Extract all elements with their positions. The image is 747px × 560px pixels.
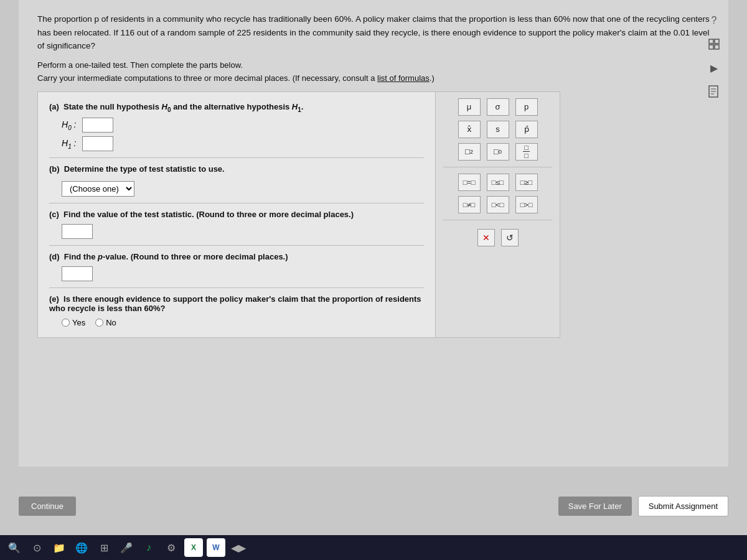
undo-button[interactable]: ↺ bbox=[501, 229, 519, 246]
yes-option[interactable]: Yes bbox=[62, 318, 85, 327]
part-d: (d) Find the p-value. (Round to three or… bbox=[49, 252, 424, 281]
no-option[interactable]: No bbox=[95, 318, 116, 327]
part-c-label: (c) Find the value of the test statistic… bbox=[49, 210, 424, 219]
part-d-label: (d) Find the p-value. (Round to three or… bbox=[49, 252, 424, 261]
h1-label: H1 : bbox=[62, 138, 76, 150]
h0-label: H0 : bbox=[62, 119, 76, 131]
part-c: (c) Find the value of the test statistic… bbox=[49, 210, 424, 239]
instruction1: Perform a one-tailed test. Then complete… bbox=[37, 60, 710, 70]
part-e-label: (e) Is there enough evidence to support … bbox=[49, 294, 424, 313]
symbol-s[interactable]: s bbox=[487, 121, 509, 138]
svg-rect-3 bbox=[715, 45, 719, 49]
test-statistic-select[interactable]: (Choose one) z t Chi-square F bbox=[62, 181, 134, 197]
part-a: (a) State the null hypothesis H0 and the… bbox=[49, 102, 424, 152]
h1-row: H1 : bbox=[62, 136, 424, 151]
taskbar-settings[interactable]: ⚙ bbox=[162, 538, 181, 557]
symbol-gt[interactable]: □>□ bbox=[515, 196, 538, 213]
symbol-fraction[interactable]: □□ bbox=[515, 143, 538, 161]
grid-icon[interactable] bbox=[706, 36, 722, 52]
symbol-phat[interactable]: p̂ bbox=[515, 121, 538, 138]
symbol-leq[interactable]: □≤□ bbox=[487, 174, 509, 191]
symbol-row-4: □=□ □≤□ □≥□ bbox=[443, 174, 552, 191]
clear-button[interactable]: ✕ bbox=[477, 229, 495, 246]
taskbar-circle[interactable]: ⊙ bbox=[27, 538, 46, 557]
symbol-panel: μ σ p x̄ s p̂ □2 □0 □□ □=□ bbox=[436, 91, 560, 338]
side-icons: ? ▶ bbox=[706, 12, 722, 100]
taskbar-folder[interactable]: 📁 bbox=[50, 538, 68, 557]
svg-rect-2 bbox=[709, 45, 713, 49]
symbol-equals[interactable]: □=□ bbox=[458, 174, 481, 191]
symbol-xbar[interactable]: x̄ bbox=[458, 121, 481, 138]
no-label: No bbox=[106, 318, 116, 327]
problem-panel: (a) State the null hypothesis H0 and the… bbox=[37, 91, 436, 338]
symbol-neq[interactable]: □≠□ bbox=[458, 196, 481, 213]
symbol-mu[interactable]: μ bbox=[458, 98, 481, 116]
taskbar-media[interactable]: ◀▶ bbox=[229, 538, 248, 557]
symbol-row-3: □2 □0 □□ bbox=[443, 143, 552, 161]
problem-layout: (a) State the null hypothesis H0 and the… bbox=[37, 91, 710, 338]
h1-input[interactable] bbox=[82, 136, 113, 151]
symbol-geq[interactable]: □≥□ bbox=[515, 174, 538, 191]
yes-label: Yes bbox=[72, 318, 85, 327]
symbol-lt[interactable]: □<□ bbox=[487, 196, 509, 213]
save-for-later-button[interactable]: Save For Later bbox=[558, 497, 632, 516]
symbol-row-1: μ σ p bbox=[443, 98, 552, 116]
submit-assignment-button[interactable]: Submit Assignment bbox=[638, 496, 728, 516]
p-value-input[interactable] bbox=[62, 266, 93, 281]
right-actions: Save For Later Submit Assignment bbox=[558, 496, 728, 516]
question-text: The proportion p of residents in a commu… bbox=[37, 12, 710, 53]
part-b: (b) Determine the type of test statistic… bbox=[49, 164, 424, 197]
h0-row: H0 : bbox=[62, 118, 424, 133]
part-a-label: (a) State the null hypothesis H0 and the… bbox=[49, 102, 424, 113]
formulas-link[interactable]: list of formulas bbox=[377, 73, 430, 83]
svg-rect-1 bbox=[715, 39, 719, 44]
continue-button[interactable]: Continue bbox=[19, 497, 76, 516]
main-content: ? ▶ The proportion p of residents in a c… bbox=[19, 0, 728, 467]
part-b-label: (b) Determine the type of test statistic… bbox=[49, 164, 424, 174]
taskbar-edge[interactable]: 🌐 bbox=[72, 538, 91, 557]
taskbar-spotify[interactable]: ♪ bbox=[139, 538, 158, 557]
document-icon[interactable] bbox=[706, 83, 722, 100]
h0-input[interactable] bbox=[82, 118, 113, 133]
taskbar-excel[interactable]: X bbox=[184, 538, 203, 557]
symbol-p[interactable]: p bbox=[515, 98, 538, 116]
yes-no-row: Yes No bbox=[62, 318, 424, 327]
taskbar: 🔍 ⊙ 📁 🌐 ⊞ 🎤 ♪ ⚙ X W ◀▶ bbox=[0, 535, 747, 560]
symbol-squared[interactable]: □2 bbox=[458, 143, 481, 161]
symbol-row-2: x̄ s p̂ bbox=[443, 121, 552, 138]
help-icon[interactable]: ? bbox=[706, 12, 722, 29]
taskbar-apps[interactable]: ⊞ bbox=[95, 538, 113, 557]
play-icon[interactable]: ▶ bbox=[706, 60, 722, 76]
x-arrow-row: ✕ ↺ bbox=[443, 229, 552, 246]
bottom-bar: Continue Save For Later Submit Assignmen… bbox=[0, 490, 747, 523]
taskbar-search[interactable]: 🔍 bbox=[5, 538, 24, 557]
svg-rect-0 bbox=[709, 39, 713, 44]
symbol-sigma[interactable]: σ bbox=[487, 98, 509, 116]
symbol-row-5: □≠□ □<□ □>□ bbox=[443, 196, 552, 213]
test-statistic-input[interactable] bbox=[62, 224, 93, 239]
taskbar-mic[interactable]: 🎤 bbox=[117, 538, 136, 557]
taskbar-word[interactable]: W bbox=[207, 538, 225, 557]
part-e: (e) Is there enough evidence to support … bbox=[49, 294, 424, 327]
symbol-subscript0[interactable]: □0 bbox=[487, 143, 509, 161]
no-radio[interactable] bbox=[95, 319, 103, 327]
yes-radio[interactable] bbox=[62, 319, 70, 327]
carry-text: Carry your intermediate computations to … bbox=[37, 73, 710, 83]
